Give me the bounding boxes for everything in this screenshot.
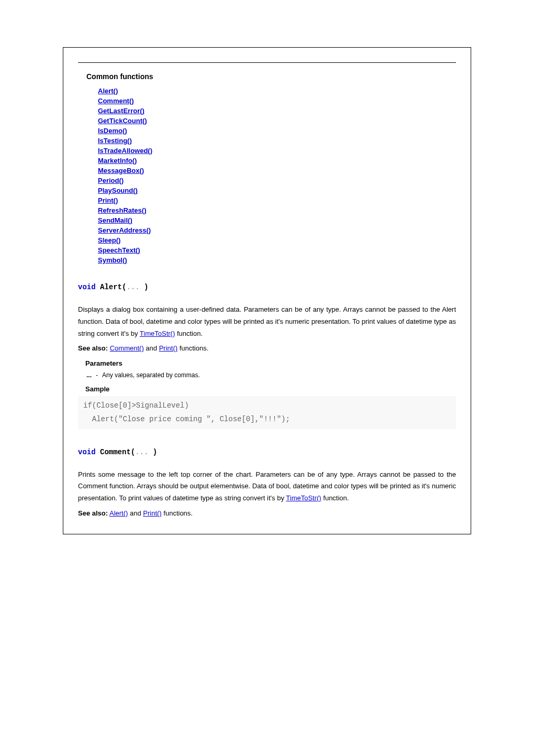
toc-item: IsDemo() <box>98 127 456 135</box>
see-also-label: See also: <box>78 509 108 517</box>
alert-code-sample: if(Close[0]>SignalLevel) Alert("Close pr… <box>78 396 456 429</box>
toc-item: Alert() <box>98 87 456 95</box>
toc-link-print[interactable]: Print() <box>98 196 118 204</box>
link-comment[interactable]: Comment() <box>110 344 144 352</box>
see-also-label: See also: <box>78 344 108 352</box>
param-separator: - <box>96 371 101 379</box>
comment-see-also: See also: Alert() and Print() functions. <box>78 508 456 519</box>
alert-desc-post: function. <box>175 330 203 337</box>
sig-args: ... <box>135 448 153 456</box>
sig-name: Alert( <box>96 283 127 291</box>
toc-link-marketinfo[interactable]: MarketInfo() <box>98 157 137 165</box>
toc-link-istradeallowed[interactable]: IsTradeAllowed() <box>98 147 152 155</box>
param-name: ... <box>86 371 95 379</box>
toc-item: Print() <box>98 196 456 204</box>
comment-desc-pre: Prints some message to the left top corn… <box>78 470 456 502</box>
comment-description: Prints some message to the left top corn… <box>78 469 456 505</box>
link-print[interactable]: Print() <box>143 509 161 517</box>
see-also-post: functions. <box>162 509 193 517</box>
sig-args: ... <box>126 283 144 291</box>
toc-item: Comment() <box>98 97 456 105</box>
toc-link-symbol[interactable]: Symbol() <box>98 256 127 264</box>
toc-item: Sleep() <box>98 236 456 244</box>
params-table: ... - Any values, separated by commas. <box>85 370 204 380</box>
param-row: ... - Any values, separated by commas. <box>86 371 203 379</box>
toc-link-istesting[interactable]: IsTesting() <box>98 137 132 145</box>
link-alert[interactable]: Alert() <box>109 509 128 517</box>
comment-signature: void Comment(... ) <box>78 448 456 456</box>
link-print[interactable]: Print() <box>159 344 177 352</box>
toc-link-comment[interactable]: Comment() <box>98 97 134 105</box>
toc-item: MarketInfo() <box>98 157 456 165</box>
toc-link-sleep[interactable]: Sleep() <box>98 236 120 244</box>
link-timetostr[interactable]: TimeToStr() <box>140 330 175 337</box>
link-timetostr[interactable]: TimeToStr() <box>286 494 321 502</box>
parameters-heading: Parameters <box>85 359 456 367</box>
sig-close: ) <box>153 448 157 456</box>
toc-item: ServerAddress() <box>98 226 456 234</box>
toc-link-messagebox[interactable]: MessageBox() <box>98 167 144 174</box>
toc-link-period[interactable]: Period() <box>98 177 124 184</box>
toc-item: Symbol() <box>98 256 456 264</box>
toc-item: RefreshRates() <box>98 206 456 214</box>
alert-description: Displays a dialog box containing a user-… <box>78 304 456 339</box>
sig-close: ) <box>144 283 148 291</box>
toc-list: Alert() Comment() GetLastError() GetTick… <box>98 87 456 264</box>
toc-link-alert[interactable]: Alert() <box>98 87 118 95</box>
toc-item: Period() <box>98 177 456 184</box>
toc-link-isdemo[interactable]: IsDemo() <box>98 127 127 135</box>
keyword-void: void <box>78 448 96 456</box>
toc-link-playsound[interactable]: PlaySound() <box>98 187 138 194</box>
toc-title: Common functions <box>86 72 456 81</box>
toc-link-sendmail[interactable]: SendMail() <box>98 216 132 224</box>
toc-item: MessageBox() <box>98 167 456 174</box>
toc-link-serveraddress[interactable]: ServerAddress() <box>98 226 151 234</box>
sig-name: Comment( <box>96 448 136 456</box>
page-frame: Common functions Alert() Comment() GetLa… <box>63 47 471 534</box>
alert-signature: void Alert(... ) <box>78 283 456 291</box>
toc-item: PlaySound() <box>98 187 456 194</box>
toc-link-gettickcount[interactable]: GetTickCount() <box>98 117 147 125</box>
toc-link-refreshrates[interactable]: RefreshRates() <box>98 206 146 214</box>
alert-desc-pre: Displays a dialog box containing a user-… <box>78 305 456 337</box>
see-also-mid: and <box>128 509 143 517</box>
see-also-post: functions. <box>177 344 208 352</box>
toc-link-getlasterror[interactable]: GetLastError() <box>98 107 144 115</box>
toc-item: SpeechText() <box>98 246 456 254</box>
alert-see-also: See also: Comment() and Print() function… <box>78 343 456 354</box>
top-rule <box>78 62 456 63</box>
sample-heading: Sample <box>85 385 456 393</box>
see-also-mid: and <box>144 344 159 352</box>
toc-item: GetLastError() <box>98 107 456 115</box>
param-desc: Any values, separated by commas. <box>102 371 203 379</box>
toc-item: IsTradeAllowed() <box>98 147 456 155</box>
toc-link-speechtext[interactable]: SpeechText() <box>98 246 140 254</box>
keyword-void: void <box>78 283 96 291</box>
toc-item: GetTickCount() <box>98 117 456 125</box>
toc-item: IsTesting() <box>98 137 456 145</box>
comment-desc-post: function. <box>321 494 349 502</box>
toc-item: SendMail() <box>98 216 456 224</box>
